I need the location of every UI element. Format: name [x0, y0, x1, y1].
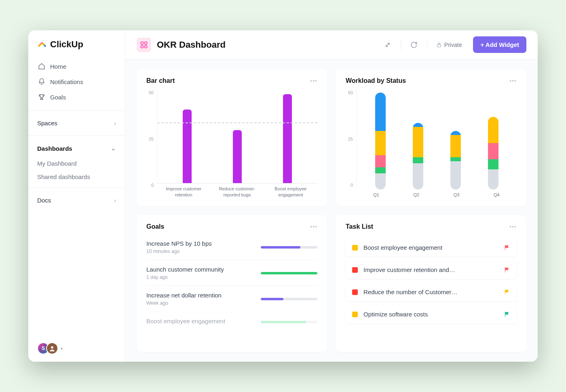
x-tick-label: Improve customer retention — [161, 186, 206, 198]
section-label: Dashboards — [37, 145, 72, 152]
progress-fill — [261, 298, 283, 300]
brand-name: ClickUp — [50, 39, 83, 50]
chart-segment — [488, 159, 498, 169]
status-swatch — [352, 289, 358, 295]
more-icon[interactable]: ••• — [310, 78, 317, 84]
nav-label: Goals — [50, 94, 66, 101]
nav-label: Home — [50, 63, 66, 70]
progress-fill — [261, 272, 317, 274]
chart-segment — [413, 127, 423, 157]
chart-segment — [413, 163, 423, 190]
status-swatch — [352, 267, 358, 273]
tasks-list: Boost employee engagement Improve custom… — [346, 234, 517, 323]
progress-fill — [261, 321, 306, 323]
nav-home[interactable]: Home — [32, 59, 121, 74]
chart-segment — [375, 167, 386, 173]
goal-title: Increase NPS by 10 bps — [146, 240, 253, 247]
divider — [28, 110, 125, 111]
chart-stacked-bar — [450, 131, 461, 190]
chevron-right-icon: › — [114, 120, 116, 126]
stacked-chart-plot: 50 25 0 Q1Q2Q3Q4 — [346, 89, 517, 198]
chart-stacked-bar — [375, 93, 386, 190]
chart-segment — [413, 157, 423, 163]
more-icon[interactable]: ••• — [509, 78, 517, 84]
sidebar-item-my-dashboard[interactable]: My Dashboard — [28, 157, 125, 170]
chart-segment — [488, 169, 498, 190]
more-icon[interactable]: ••• — [310, 223, 317, 230]
x-tick-label: Q3 — [444, 192, 469, 198]
chart-segment — [375, 155, 386, 167]
section-dashboards[interactable]: Dashboards ⌄ — [28, 140, 125, 157]
goal-row[interactable]: Launch customer community 1 day ago — [146, 260, 317, 286]
status-swatch — [352, 245, 358, 251]
chart-segment — [413, 123, 423, 127]
privacy-toggle[interactable]: Private — [436, 42, 462, 48]
divider — [427, 40, 427, 49]
goal-row[interactable]: Increase net dollar retention Week ago — [146, 286, 317, 312]
task-row[interactable]: Optimize software costs — [346, 305, 517, 323]
task-row[interactable]: Boost employee engagement — [346, 238, 517, 257]
nav-label: Notifications — [50, 78, 83, 85]
goal-row[interactable]: Increase NPS by 10 bps 10 minutes ago — [146, 234, 317, 260]
goal-time: Week ago — [146, 300, 253, 306]
widget-title: Workload by Status — [346, 77, 406, 84]
x-tick-label: Reduce customer-reported bugs — [215, 186, 259, 198]
widget-goals: Goals ••• Increase NPS by 10 bps 10 minu… — [137, 215, 327, 352]
add-widget-button[interactable]: + Add Widget — [473, 36, 526, 53]
chart-segment — [450, 131, 461, 135]
goal-row[interactable]: Boost employee engagement — [146, 312, 317, 332]
lock-icon — [436, 42, 442, 48]
widget-task-list: Task List ••• Boost employee engagement … — [336, 215, 526, 352]
chevron-right-icon: › — [114, 197, 116, 204]
sidebar-item-shared-dashboards[interactable]: Shared dashboards — [28, 170, 125, 183]
progress-bar — [261, 298, 317, 300]
widget-title: Task List — [346, 223, 373, 230]
nav-goals[interactable]: Goals — [32, 89, 121, 105]
y-axis: 50 25 0 — [346, 89, 356, 198]
section-label: Docs — [37, 197, 51, 204]
topbar: OKR Dashboard Private + Add Widget — [125, 30, 538, 59]
section-label: Spaces — [37, 120, 57, 126]
section-spaces[interactable]: Spaces › — [28, 115, 125, 131]
chart-segment — [488, 143, 498, 159]
y-axis: 50 25 0 — [146, 89, 157, 198]
task-title: Reduce the number of Customer… — [363, 289, 498, 295]
divider — [401, 40, 401, 49]
widget-title: Goals — [146, 223, 164, 230]
privacy-label: Private — [444, 42, 462, 48]
chart-segment — [375, 93, 386, 131]
main-content: OKR Dashboard Private + Add Widget Bar c… — [125, 30, 538, 362]
chart-segment — [450, 157, 461, 161]
nav-notifications[interactable]: Notifications — [32, 74, 121, 89]
widget-title: Bar chart — [146, 77, 175, 84]
app-frame: ClickUp Home Notifications Goals Spaces … — [28, 30, 538, 362]
expand-icon[interactable] — [384, 41, 392, 49]
goal-time: 1 day ago — [146, 274, 253, 280]
home-icon — [38, 63, 45, 70]
chart-stacked-bar — [413, 123, 423, 190]
bar-chart-plot: 50 25 0 Improve customer retentionReduce… — [146, 89, 317, 198]
primary-nav: Home Notifications Goals — [28, 57, 125, 106]
more-icon[interactable]: ••• — [509, 223, 517, 230]
avatar-stack[interactable]: S ▾ — [28, 335, 125, 362]
x-tick-label: Q1 — [364, 192, 389, 198]
goals-list: Increase NPS by 10 bps 10 minutes ago La… — [146, 234, 317, 332]
task-row[interactable]: Improve customer retention and… — [346, 261, 517, 279]
dashboard-icon — [137, 38, 151, 52]
brand-logo[interactable]: ClickUp — [28, 30, 125, 57]
clickup-logo-icon — [37, 40, 47, 49]
task-title: Boost employee engagement — [363, 244, 498, 251]
svg-point-0 — [51, 346, 53, 349]
task-row[interactable]: Reduce the number of Customer… — [346, 283, 517, 301]
flag-icon — [504, 267, 510, 273]
bell-icon — [38, 78, 45, 85]
refresh-icon[interactable] — [410, 41, 418, 49]
guideline — [157, 122, 317, 123]
chart-segment — [450, 135, 461, 157]
chart-stacked-bar — [488, 117, 498, 190]
section-docs[interactable]: Docs › — [28, 192, 125, 209]
widget-bar-chart: Bar chart ••• 50 25 0 Improve customer r… — [137, 69, 327, 206]
chart-bar — [233, 130, 242, 183]
progress-bar — [261, 321, 317, 323]
avatar-photo — [46, 342, 58, 354]
